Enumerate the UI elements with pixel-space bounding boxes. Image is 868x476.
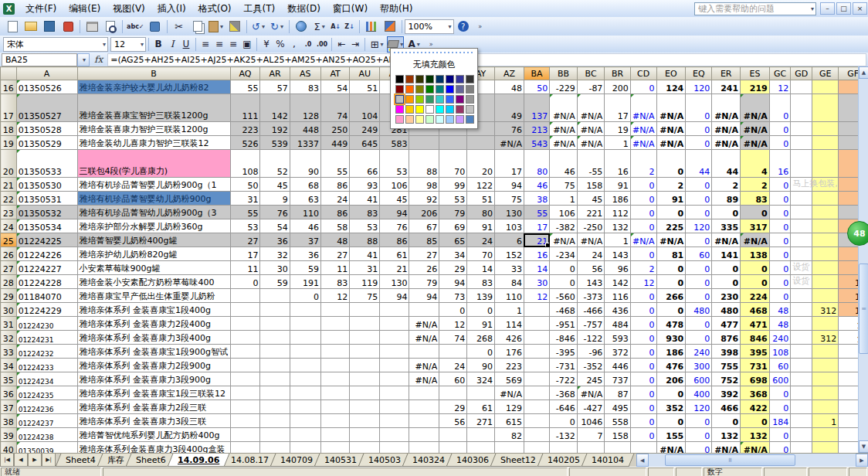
sheet-tab-140104[interactable]: 140104: [581, 454, 634, 467]
cell-AX19[interactable]: [439, 136, 467, 150]
cell-ER37[interactable]: 466: [712, 400, 741, 414]
cell-GE22[interactable]: [812, 192, 839, 206]
cell-AY19[interactable]: [467, 136, 495, 150]
cell-GE29[interactable]: [812, 289, 839, 303]
cell-EQ33[interactable]: 240: [686, 345, 712, 359]
cell-AR20[interactable]: 52: [260, 150, 290, 178]
color-swatch-00FFFF[interactable]: [436, 105, 444, 114]
cell-GC28[interactable]: 0: [769, 275, 791, 289]
cell-BR23[interactable]: 112: [605, 206, 630, 219]
menu-格式(O)[interactable]: 格式(O): [192, 1, 238, 17]
cell-AV29[interactable]: 94: [380, 289, 409, 303]
cell-A36[interactable]: 01224235: [16, 386, 77, 400]
cell-AQ32[interactable]: [230, 331, 260, 345]
cell-CD38[interactable]: 0: [630, 414, 656, 428]
cell-B31[interactable]: 雅培亲体系列 金装喜康力2段400g: [77, 317, 230, 331]
cell-ES35[interactable]: 698: [741, 372, 770, 386]
cell-AQ16[interactable]: 55: [230, 80, 260, 94]
cell-EO34[interactable]: 476: [656, 359, 686, 372]
decrease-indent-button[interactable]: ⇤: [335, 36, 348, 53]
open-button[interactable]: [22, 19, 39, 35]
color-swatch-99CCFF[interactable]: [446, 115, 454, 124]
format-painter-button[interactable]: [226, 19, 243, 35]
cell-GC18[interactable]: 0: [769, 122, 791, 136]
color-swatch-FF00FF[interactable]: [395, 105, 404, 114]
cell-AZ34[interactable]: 223: [494, 359, 524, 372]
cell-AY26[interactable]: 70: [467, 247, 495, 261]
first-sheet-button[interactable]: |◀: [0, 454, 14, 467]
menu-插入(I)[interactable]: 插入(I): [151, 1, 192, 17]
cell-BB20[interactable]: 46: [550, 150, 578, 178]
cell-AR17[interactable]: 142: [260, 94, 290, 122]
cell-BB30[interactable]: -468: [550, 303, 578, 317]
cell-ER19[interactable]: #N/A: [712, 136, 741, 150]
cell-AT37[interactable]: [320, 400, 349, 414]
color-swatch-FF99CC[interactable]: [395, 115, 404, 124]
cell-BA28[interactable]: 30: [524, 275, 549, 289]
cell-AY25[interactable]: 24: [467, 233, 495, 247]
copy-button[interactable]: [189, 19, 206, 35]
cell-ER28[interactable]: 0: [712, 275, 741, 289]
cell-AY27[interactable]: 14: [467, 261, 495, 275]
cell-ES18[interactable]: #N/A: [741, 122, 770, 136]
cell-AY22[interactable]: 51: [467, 192, 495, 206]
cell-GD29[interactable]: [791, 289, 812, 303]
cell-CD24[interactable]: 0: [630, 219, 656, 233]
cell-AQ23[interactable]: 55: [230, 206, 260, 219]
chevron-down-icon[interactable]: ▾: [220, 23, 223, 30]
cell-A28[interactable]: 01224228: [16, 275, 77, 289]
cell-AS23[interactable]: 110: [290, 206, 320, 219]
cell-AU19[interactable]: 645: [350, 136, 380, 150]
row-header-38[interactable]: 38: [1, 414, 17, 428]
comma-button[interactable]: ,: [288, 36, 300, 53]
cell-AX26[interactable]: 34: [439, 247, 467, 261]
cell-AQ36[interactable]: [230, 386, 260, 400]
cell-AU18[interactable]: 249: [350, 122, 380, 136]
cell-GC39[interactable]: 0: [769, 428, 791, 442]
row-header-22[interactable]: 22: [1, 192, 17, 206]
cell-AT35[interactable]: [320, 372, 349, 386]
cell-AR32[interactable]: [260, 331, 290, 345]
cell-BB19[interactable]: #N/A: [550, 136, 578, 150]
cell-BC27[interactable]: 56: [577, 261, 605, 275]
cell-ES39[interactable]: 132: [741, 428, 770, 442]
row-header-37[interactable]: 37: [1, 400, 17, 414]
cell-EQ17[interactable]: 0: [686, 94, 712, 122]
cell-ES30[interactable]: 468: [741, 303, 770, 317]
cell-GE32[interactable]: 312: [812, 331, 839, 345]
cell-AU39[interactable]: [350, 428, 380, 442]
cell-ER22[interactable]: 89: [712, 192, 741, 206]
hyperlink-button[interactable]: [293, 19, 310, 35]
cell-EO31[interactable]: 478: [656, 317, 686, 331]
cell-AQ30[interactable]: [230, 303, 260, 317]
color-swatch-993366[interactable]: [456, 105, 464, 114]
cell-EQ21[interactable]: 0: [686, 178, 712, 192]
cell-AZ16[interactable]: 48: [494, 80, 524, 94]
color-swatch-000000[interactable]: [395, 75, 404, 83]
cell-B30[interactable]: 雅培亲体系列 金装喜康宝1段400g: [77, 303, 230, 317]
cell-EQ18[interactable]: 0: [686, 122, 712, 136]
cell-GD17[interactable]: [791, 94, 812, 122]
cell-AT39[interactable]: [320, 428, 349, 442]
increase-decimal-button[interactable]: .0: [302, 36, 314, 53]
cell-AT26[interactable]: 27: [320, 247, 349, 261]
col-header-ER[interactable]: ER: [712, 67, 741, 80]
cell-A26[interactable]: 01224226: [16, 247, 77, 261]
cell-BC24[interactable]: -250: [577, 219, 605, 233]
color-swatch-333333[interactable]: [466, 75, 474, 83]
cell-EQ31[interactable]: 0: [686, 317, 712, 331]
cell-EO20[interactable]: 0: [656, 150, 686, 178]
cell-ES25[interactable]: #N/A: [741, 233, 770, 247]
col-header-EQ[interactable]: EQ: [686, 67, 712, 80]
cell-ES21[interactable]: 2: [741, 178, 770, 192]
zoom-select[interactable]: 100%▾: [405, 19, 454, 34]
cell-BR25[interactable]: 1: [605, 233, 630, 247]
cell-A38[interactable]: 01224237: [16, 414, 77, 428]
cell-AR28[interactable]: 59: [260, 275, 290, 289]
col-header-GD[interactable]: GD: [791, 67, 812, 80]
cell-GD20[interactable]: [791, 150, 812, 178]
cell-GE38[interactable]: 1: [812, 414, 839, 428]
cell-BB37[interactable]: -646: [550, 400, 578, 414]
cell-AS18[interactable]: 448: [290, 122, 320, 136]
cell-AZ18[interactable]: 76: [494, 122, 524, 136]
